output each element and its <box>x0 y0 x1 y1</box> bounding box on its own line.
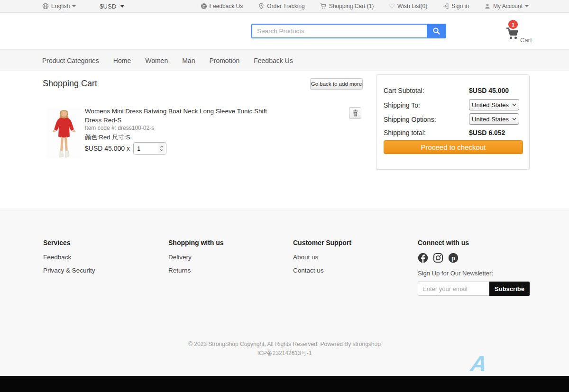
newsletter-form: Subscribe <box>418 282 530 296</box>
footer-link-delivery[interactable]: Delivery <box>168 254 224 261</box>
main-content: Shopping Cart Go back to add more Womens… <box>0 72 569 209</box>
topbar-link-feedback[interactable]: ? Feedback Us <box>201 3 243 9</box>
main-nav: Product Categories Home Women Man Promot… <box>0 50 569 71</box>
proceed-to-checkout-button[interactable]: Proceed to checkout <box>384 140 523 154</box>
facebook-icon[interactable] <box>418 253 428 263</box>
topbar-link-label: Wish List(0) <box>397 3 427 9</box>
shipping-to-select[interactable]: United States <box>469 99 519 110</box>
sign-in-icon <box>442 3 449 9</box>
nav-item-product-categories[interactable]: Product Categories <box>42 57 99 64</box>
social-icons: p <box>418 253 530 263</box>
page: English $USD ? Feedback Us <box>0 0 569 392</box>
footer-column-shopping: Shopping with us Delivery Returns <box>168 239 224 274</box>
footer-link-about-us[interactable]: About us <box>293 254 351 261</box>
shipping-options-label: Shipping Options: <box>384 116 436 123</box>
search-input[interactable] <box>251 24 427 38</box>
header: 1 Cart <box>0 13 569 50</box>
subtotal-value: $USD 45.000 <box>469 87 509 94</box>
trash-icon <box>352 109 358 117</box>
product-title[interactable]: Womens Mini Dress Batwing Boat Neck Long… <box>85 107 279 125</box>
newsletter-label: Sign Up for Our Newsletter: <box>418 270 530 277</box>
topbar-link-my-account[interactable]: My Account <box>484 3 529 9</box>
topbar-link-sign-in[interactable]: Sign in <box>442 3 469 9</box>
chevron-down-icon <box>525 5 529 7</box>
language-selector[interactable]: English <box>42 3 76 9</box>
product-options: 颜色:Red 尺寸:S <box>85 133 130 142</box>
shipping-to-label: Shipping To: <box>384 101 420 109</box>
product-item-code: Item code #: dress100-02-s <box>85 125 154 131</box>
cart-summary-panel: Cart Subtotal: $USD 45.000 Shipping To: … <box>376 74 530 170</box>
shipping-total-value: $USD 6.052 <box>469 129 505 137</box>
topbar-link-label: Order Tracking <box>267 3 304 9</box>
topbar: English $USD ? Feedback Us <box>0 0 569 13</box>
subscribe-button[interactable]: Subscribe <box>489 282 530 296</box>
language-label: English <box>51 3 70 9</box>
cart-icon <box>505 27 520 40</box>
nav-item-feedback-us[interactable]: Feedback Us <box>254 57 293 64</box>
footer-link-returns[interactable]: Returns <box>168 267 224 274</box>
remove-item-button[interactable] <box>349 107 361 119</box>
footer-link-privacy-security[interactable]: Privacy & Security <box>43 267 95 274</box>
page-title: Shopping Cart <box>43 79 97 89</box>
currency-selector[interactable]: $USD <box>100 3 125 10</box>
topbar-link-wish-list[interactable]: ♡ Wish List(0) <box>389 3 427 9</box>
topbar-link-label: Shopping Cart (1) <box>329 3 374 9</box>
svg-text:?: ? <box>202 4 205 9</box>
location-pin-icon <box>258 3 265 9</box>
topbar-link-label: Sign in <box>451 3 469 9</box>
product-price: $USD 45.000 x <box>85 145 130 152</box>
shipping-to-value: United States <box>472 101 510 109</box>
chevron-up-icon <box>160 146 164 148</box>
quantity-spinner-buttons[interactable] <box>158 143 165 154</box>
header-cart-widget[interactable]: 1 Cart <box>505 19 557 47</box>
chevron-down-icon <box>72 5 76 7</box>
product-image[interactable] <box>46 108 82 159</box>
nav-item-promotion[interactable]: Promotion <box>209 57 239 64</box>
cart-icon <box>320 3 327 9</box>
svg-text:p: p <box>451 255 455 262</box>
search-icon <box>432 27 441 35</box>
footer-column-connect: Connect with us p Sign Up for Our Newsle… <box>418 239 530 296</box>
copyright-line1: © 2023 StrongShop Copyright, All Rights … <box>0 341 569 347</box>
subtotal-label: Cart Subtotal: <box>384 87 424 94</box>
instagram-icon[interactable] <box>433 253 443 263</box>
search-button[interactable] <box>427 24 446 38</box>
user-icon <box>484 3 491 9</box>
shipping-options-select[interactable]: United States <box>469 113 519 125</box>
cart-label: Cart <box>520 36 532 44</box>
topbar-link-shopping-cart[interactable]: Shopping Cart (1) <box>320 3 374 9</box>
go-back-button[interactable]: Go back to add more <box>310 78 363 90</box>
topbar-left: English $USD <box>42 3 125 10</box>
currency-label: $USD <box>100 3 116 10</box>
nav-item-home[interactable]: Home <box>113 57 131 64</box>
globe-icon <box>42 3 49 9</box>
footer-heading: Shopping with us <box>168 239 224 246</box>
question-circle-icon: ? <box>201 3 207 9</box>
shipping-total-label: Shipping total: <box>384 129 426 137</box>
footer-heading: Customer Support <box>293 239 351 246</box>
watermark-logo: A <box>469 353 488 374</box>
nav-item-women[interactable]: Women <box>145 57 168 64</box>
footer-heading: Services <box>43 239 95 246</box>
cart-count-badge: 1 <box>508 20 518 29</box>
email-field[interactable] <box>418 282 489 296</box>
heart-icon: ♡ <box>389 3 395 9</box>
footer-column-support: Customer Support About us Contact us <box>293 239 351 274</box>
topbar-links: ? Feedback Us Order Tracking Shopping Ca… <box>201 3 529 9</box>
topbar-link-order-tracking[interactable]: Order Tracking <box>258 3 304 9</box>
footer-link-contact-us[interactable]: Contact us <box>293 267 351 274</box>
bottom-black-bar <box>0 376 569 392</box>
chevron-down-icon <box>512 103 516 106</box>
footer-link-feedback[interactable]: Feedback <box>43 254 95 261</box>
chevron-down-icon <box>160 149 164 151</box>
nav-item-man[interactable]: Man <box>182 57 195 64</box>
triangle-down-icon <box>120 5 125 8</box>
shipping-options-value: United States <box>472 116 510 123</box>
topbar-link-label: Feedback Us <box>210 3 243 9</box>
quantity-stepper <box>133 142 166 155</box>
quantity-input[interactable] <box>134 143 157 154</box>
pinterest-icon[interactable]: p <box>448 253 459 263</box>
footer-column-services: Services Feedback Privacy & Security <box>43 239 95 274</box>
price-row: $USD 45.000 x <box>85 142 166 155</box>
footer-heading: Connect with us <box>418 239 530 246</box>
